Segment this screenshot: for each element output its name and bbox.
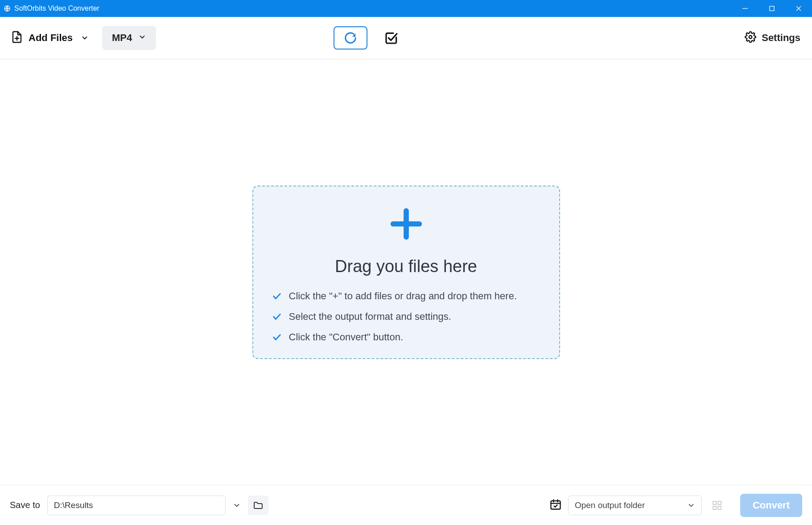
step-text: Click the "Convert" button. (289, 331, 404, 343)
reload-icon (344, 31, 357, 45)
add-files-dropdown[interactable] (81, 34, 89, 42)
settings-label: Settings (762, 32, 800, 44)
svg-rect-14 (713, 501, 716, 504)
add-files-label: Add Files (29, 32, 73, 44)
chevron-down-icon (687, 501, 695, 509)
check-icon (272, 332, 282, 342)
format-select[interactable]: MP4 (102, 26, 156, 50)
convert-button[interactable]: Convert (740, 494, 802, 517)
folder-icon (253, 500, 264, 511)
gear-icon (745, 31, 756, 45)
window-controls (732, 0, 812, 17)
add-files-button[interactable]: Add Files (12, 31, 73, 45)
chevron-down-icon (138, 33, 146, 43)
main-area: Drag you files here Click the "+" to add… (0, 59, 812, 485)
plus-icon (387, 204, 426, 245)
dropzone-step: Click the "Convert" button. (272, 331, 546, 343)
select-all-button[interactable] (384, 31, 399, 45)
convert-label: Convert (753, 500, 790, 511)
dropzone-step: Select the output format and settings. (272, 311, 546, 322)
settings-button[interactable]: Settings (745, 31, 800, 45)
svg-rect-2 (770, 6, 774, 11)
svg-rect-17 (718, 506, 721, 509)
view-grid-button[interactable] (708, 496, 726, 514)
step-text: Click the "+" to add files or drag and d… (289, 290, 517, 302)
open-folder-select[interactable]: Open output folder (568, 496, 702, 515)
dropzone-steps: Click the "+" to add files or drag and d… (267, 290, 546, 343)
svg-rect-16 (713, 506, 716, 509)
app-title: SoftOrbits Video Converter (14, 4, 99, 12)
check-icon (272, 291, 282, 301)
toolbar: Add Files MP4 Settings (0, 17, 812, 59)
reload-button[interactable] (334, 26, 367, 50)
maximize-button[interactable] (758, 0, 785, 17)
saveto-label: Save to (10, 500, 40, 510)
titlebar: SoftOrbits Video Converter (0, 0, 812, 17)
checkbox-icon (384, 31, 399, 45)
output-path-input[interactable] (47, 496, 226, 515)
calendar-queue-icon (549, 498, 562, 513)
bottombar: Save to Open output folder Convert (0, 485, 812, 525)
path-dropdown[interactable] (233, 501, 241, 509)
app-icon (4, 5, 11, 12)
dropzone[interactable]: Drag you files here Click the "+" to add… (252, 186, 560, 359)
toolbar-center (334, 26, 399, 50)
open-folder-group: Open output folder Convert (549, 494, 802, 517)
add-file-icon (12, 31, 22, 45)
dropzone-title: Drag you files here (335, 257, 477, 276)
browse-folder-button[interactable] (248, 496, 268, 515)
check-icon (272, 312, 282, 322)
close-button[interactable] (785, 0, 812, 17)
titlebar-left: SoftOrbits Video Converter (0, 4, 99, 12)
minimize-button[interactable] (732, 0, 758, 17)
svg-point-7 (749, 36, 752, 39)
svg-rect-15 (718, 501, 721, 504)
svg-rect-10 (551, 500, 560, 509)
open-folder-label: Open output folder (575, 500, 645, 510)
format-selected-label: MP4 (112, 32, 132, 44)
step-text: Select the output format and settings. (289, 311, 451, 322)
grid-icon (712, 500, 722, 511)
dropzone-step: Click the "+" to add files or drag and d… (272, 290, 546, 302)
